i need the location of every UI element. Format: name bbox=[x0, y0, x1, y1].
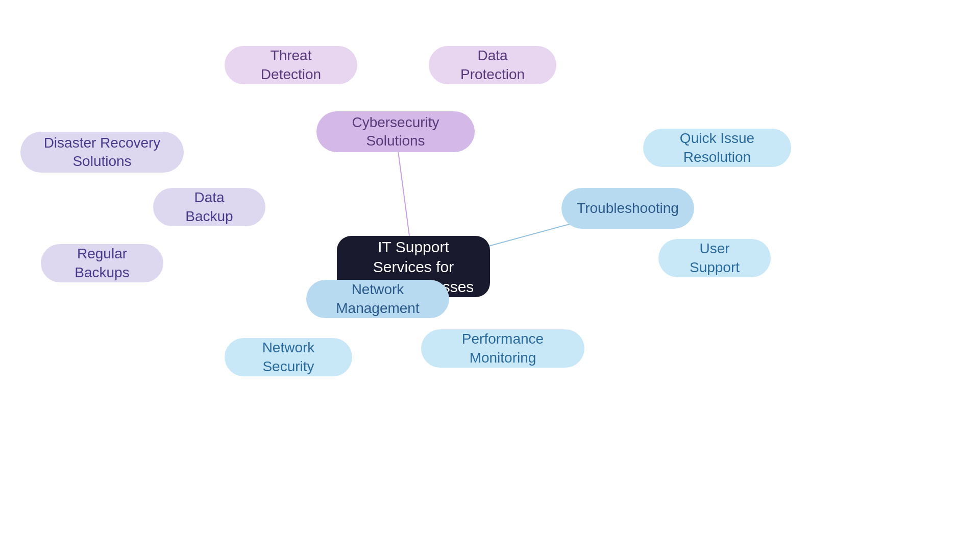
data-protection-node: Data Protection bbox=[429, 46, 556, 84]
troubleshooting-node: Troubleshooting bbox=[561, 188, 694, 229]
data-protection-label: Data Protection bbox=[444, 46, 541, 84]
regular-backups-node: Regular Backups bbox=[41, 244, 163, 282]
performance-monitoring-node: Performance Monitoring bbox=[421, 329, 584, 368]
network-security-label: Network Security bbox=[240, 339, 337, 376]
quick-issue-label: Quick Issue Resolution bbox=[658, 129, 776, 166]
threat-detection-label: Threat Detection bbox=[240, 46, 342, 84]
network-management-label: Network Management bbox=[322, 280, 434, 318]
performance-monitoring-label: Performance Monitoring bbox=[436, 330, 569, 367]
disaster-recovery-node: Disaster Recovery Solutions bbox=[20, 132, 184, 173]
data-backup-label: Data Backup bbox=[168, 188, 250, 226]
quick-issue-node: Quick Issue Resolution bbox=[643, 129, 791, 167]
user-support-node: User Support bbox=[658, 239, 771, 277]
data-backup-node: Data Backup bbox=[153, 188, 265, 226]
cybersecurity-label: Cybersecurity Solutions bbox=[332, 113, 459, 151]
regular-backups-label: Regular Backups bbox=[56, 245, 148, 282]
disaster-recovery-label: Disaster Recovery Solutions bbox=[36, 134, 168, 171]
user-support-label: User Support bbox=[674, 239, 755, 277]
network-management-node: Network Management bbox=[306, 280, 449, 318]
threat-detection-node: Threat Detection bbox=[225, 46, 357, 84]
network-security-node: Network Security bbox=[225, 338, 352, 376]
troubleshooting-label: Troubleshooting bbox=[577, 199, 679, 218]
cybersecurity-node: Cybersecurity Solutions bbox=[316, 111, 475, 152]
